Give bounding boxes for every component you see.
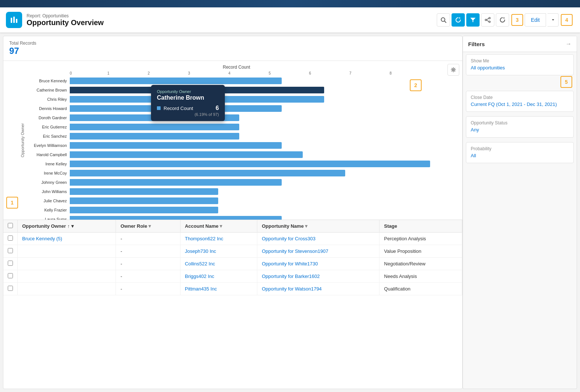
row-checkbox[interactable]	[8, 273, 13, 278]
checkbox-header	[3, 220, 18, 233]
bar-row[interactable]: Chris Riley	[22, 95, 451, 103]
bar-row[interactable]: Irene Kelley	[22, 160, 451, 168]
stage-header: Stage	[380, 220, 462, 233]
account-cell: Briggs402 Inc	[180, 270, 257, 283]
row-checkbox[interactable]	[8, 235, 13, 241]
account-link[interactable]: Pittman435 Inc	[185, 286, 217, 292]
opportunity-link[interactable]: Opportunity for Cross303	[262, 236, 315, 241]
filter-button[interactable]	[466, 13, 480, 27]
bar-row[interactable]: Johnny Green	[22, 178, 451, 186]
bar-label: Catherine Brown	[22, 88, 70, 92]
row-checkbox[interactable]	[8, 248, 13, 253]
edit-dropdown-button[interactable]	[548, 13, 559, 27]
bar-row[interactable]: Dennis Howard	[22, 104, 451, 113]
row-checkbox-cell	[3, 258, 18, 270]
bar-container	[70, 87, 451, 93]
probability-label: Probability	[471, 146, 569, 151]
bar-row[interactable]: Laura Sums	[22, 215, 451, 220]
account-link[interactable]: Briggs402 Inc	[185, 274, 215, 279]
role-cell: -	[116, 258, 180, 270]
opportunity-link[interactable]: Opportunity for Stevenson1907	[262, 248, 328, 254]
bar-fill	[70, 216, 282, 220]
stage-cell: Qualification	[380, 283, 462, 295]
bar-row[interactable]: Eric Gutierrez	[22, 123, 451, 131]
svg-point-8	[485, 19, 487, 21]
bar-container	[70, 207, 451, 213]
bar-row[interactable]: Eric Sanchez	[22, 132, 451, 140]
opportunity-link[interactable]: Opportunity for White1730	[262, 261, 318, 267]
bar-container	[70, 151, 451, 158]
account-cell: Joseph730 Inc	[180, 245, 257, 258]
main-panel: Total Records 97 Opportunity Owner Recor…	[3, 36, 463, 389]
sort-icon[interactable]: ↑	[67, 223, 70, 229]
opportunity-header: Opportunity Name ▾	[257, 220, 380, 233]
bar-row[interactable]: Bruce Kennedy	[22, 77, 451, 85]
bar-container	[70, 197, 451, 204]
stage-cell: Negotiation/Review	[380, 258, 462, 270]
report-subtitle: Report: Opportunities	[27, 13, 104, 18]
row-checkbox[interactable]	[8, 261, 13, 266]
bar-row[interactable]: Doroth Gardner	[22, 114, 451, 122]
row-checkbox-cell	[3, 245, 18, 258]
bar-label: Eric Gutierrez	[22, 125, 70, 129]
share-button[interactable]	[481, 13, 494, 27]
bar-row[interactable]: Julie Chavez	[22, 197, 451, 205]
edit-button[interactable]: Edit	[525, 13, 546, 27]
row-checkbox-cell	[3, 283, 18, 295]
owner-filter-icon[interactable]: ▾	[71, 223, 74, 229]
bar-row[interactable]: John Williams	[22, 188, 451, 196]
owner-cell	[18, 283, 116, 295]
chart-wrapper: Opportunity Owner Record Count 0 1 2 3 4…	[3, 65, 459, 216]
search-button[interactable]	[437, 13, 450, 27]
refresh-button[interactable]	[452, 13, 465, 27]
opportunity-cell: Opportunity for Barker1602	[257, 270, 380, 283]
account-link[interactable]: Joseph730 Inc	[185, 248, 216, 254]
role-filter-icon[interactable]: ▾	[148, 223, 151, 229]
bar-label: Chris Riley	[22, 97, 70, 102]
opportunity-filter-icon[interactable]: ▾	[305, 223, 308, 229]
show-me-filter[interactable]: Show Me All opportunities	[466, 54, 574, 75]
bar-label: Doroth Gardner	[22, 116, 70, 120]
probability-filter[interactable]: Probability All	[466, 142, 574, 163]
total-records-label: Total Records	[9, 41, 456, 46]
bar-container	[70, 96, 451, 103]
bar-chart: Bruce Kennedy Catherine Brown Chris Rile…	[22, 77, 451, 220]
filters-collapse-arrow[interactable]: →	[566, 41, 572, 47]
row-checkbox[interactable]	[8, 286, 13, 291]
account-link[interactable]: Thompson622 Inc	[185, 236, 223, 241]
close-date-value: Current FQ (Oct 1, 2021 - Dec 31, 2021)	[471, 101, 569, 108]
toolbar: 3 Edit 4	[437, 13, 573, 27]
opportunity-status-filter[interactable]: Opportunity Status Any	[466, 116, 574, 137]
badge-4: 4	[561, 14, 573, 26]
close-date-filter[interactable]: Close Date Current FQ (Oct 1, 2021 - Dec…	[466, 91, 574, 112]
select-all-checkbox[interactable]	[8, 223, 13, 228]
owner-link[interactable]: Bruce Kennedy (5)	[22, 236, 62, 241]
bar-row[interactable]: Catherine Brown	[22, 86, 451, 94]
owner-cell	[18, 270, 116, 283]
data-table: Opportunity Owner ↑ ▾ Owner Role ▾ Acco	[3, 220, 462, 295]
account-link[interactable]: Collins522 Inc	[185, 261, 215, 267]
badge-5: 5	[560, 76, 572, 88]
bar-fill	[70, 78, 282, 84]
account-cell: Thompson622 Inc	[180, 233, 257, 245]
opportunity-link[interactable]: Opportunity for Watson1794	[262, 286, 322, 292]
table-row: - Joseph730 Inc Opportunity for Stevenso…	[3, 245, 462, 258]
account-filter-icon[interactable]: ▾	[220, 223, 222, 229]
account-header: Account Name ▾	[180, 220, 257, 233]
app-header	[0, 0, 580, 7]
bar-row[interactable]: Evelyn Williamson	[22, 141, 451, 149]
bar-fill	[70, 161, 430, 167]
bar-label: John Williams	[22, 189, 70, 194]
bar-row[interactable]: Harold Campbell	[22, 151, 451, 159]
owner-cell	[18, 245, 116, 258]
bar-fill	[70, 151, 303, 158]
opportunity-link[interactable]: Opportunity for Barker1602	[262, 274, 320, 279]
chart-settings-button[interactable]	[447, 64, 459, 76]
tooltip-owner-label: Opportunity Owner	[157, 89, 219, 94]
bar-row[interactable]: Kelly Frazier	[22, 206, 451, 214]
bar-row[interactable]: Irene McCoy	[22, 169, 451, 177]
bar-container	[70, 161, 451, 167]
reload-button[interactable]	[496, 13, 509, 27]
bar-container	[70, 179, 451, 186]
badge-3: 3	[511, 14, 523, 26]
